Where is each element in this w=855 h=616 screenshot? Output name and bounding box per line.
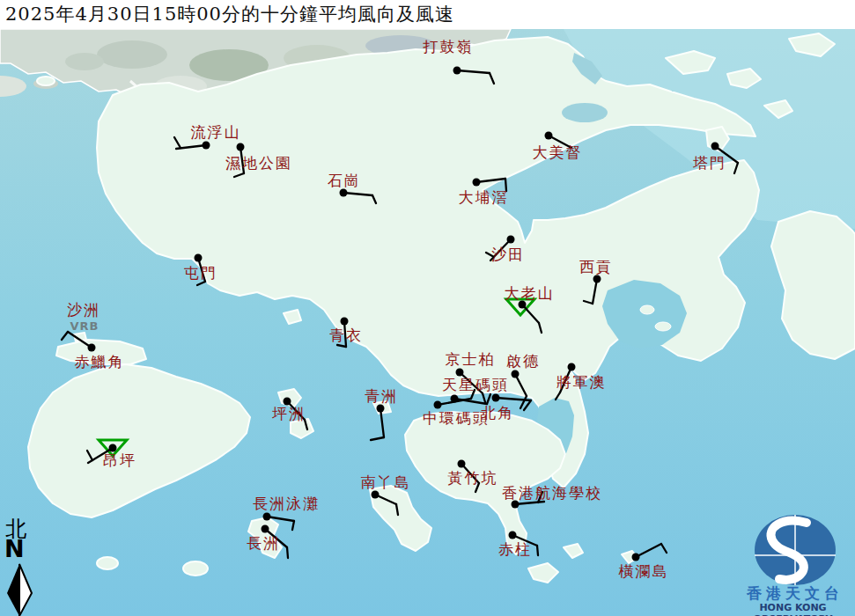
wind-barb — [537, 546, 538, 555]
station-dot — [509, 532, 517, 539]
station-dot — [492, 394, 500, 402]
logo-english-name: HONG KONG OBSERVATORY — [731, 602, 855, 616]
station-dot — [512, 501, 520, 509]
map-canvas — [0, 0, 855, 616]
station-dot — [568, 363, 576, 371]
compass-north-letter: N — [4, 535, 25, 562]
station-dot — [340, 189, 348, 197]
wind-barb — [287, 547, 288, 558]
station-dot — [519, 301, 527, 309]
station-dot — [195, 254, 203, 262]
map-title-bar: 2025年4月30日15時00分的十分鐘平均風向及風速 — [0, 0, 855, 29]
plover-cove-water — [562, 103, 608, 122]
station-dot — [512, 370, 520, 378]
station-dot — [377, 405, 385, 413]
station-dot — [372, 491, 380, 499]
station-dot — [284, 398, 291, 406]
station-dot — [237, 143, 245, 151]
station-dot — [203, 142, 210, 150]
station-dot — [88, 344, 96, 352]
wind-barb — [505, 179, 506, 191]
hko-logo — [755, 515, 836, 585]
station-dot — [453, 67, 461, 75]
station-dot — [263, 513, 271, 521]
station-dot — [711, 143, 719, 150]
station-dot — [593, 275, 601, 283]
soko-islands — [97, 557, 118, 569]
station-dot — [545, 132, 553, 140]
station-dot — [473, 179, 481, 187]
station-dot — [109, 444, 117, 452]
deep-bay-islet — [37, 77, 55, 85]
station-dot — [458, 460, 466, 468]
station-dot — [456, 369, 464, 377]
wind-map: 打鼓嶺流浮山濕地公園石崗大美督塔門大埔滘沙田西貢大老山屯門沙洲VRB赤鱲角青衣坪… — [0, 0, 855, 616]
station-dot — [341, 318, 349, 326]
logo-chinese-name: 香港天文台 — [738, 583, 852, 604]
station-dot — [507, 236, 515, 244]
shek-kwu-chau — [183, 561, 208, 576]
station-dot — [632, 554, 640, 561]
station-dot — [262, 525, 269, 533]
map-title: 2025年4月30日15時00分的十分鐘平均風向及風速 — [0, 4, 454, 25]
station-dot — [434, 401, 442, 409]
